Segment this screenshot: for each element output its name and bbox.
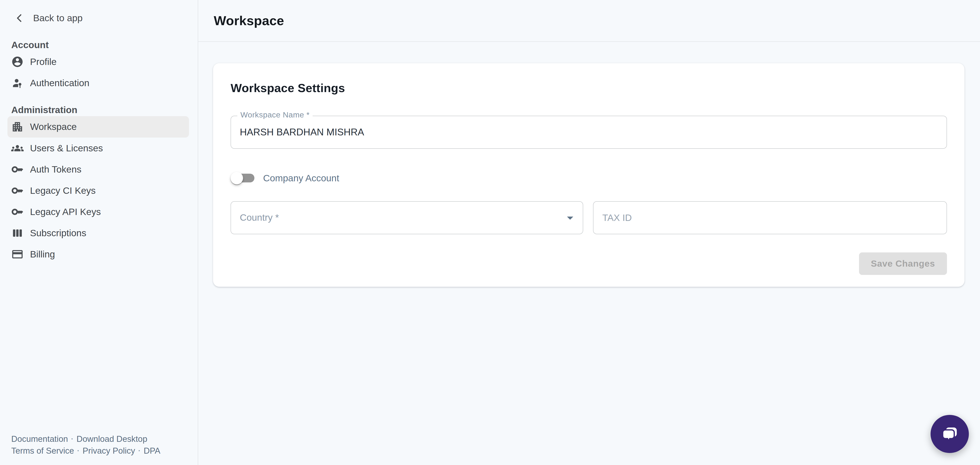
back-to-app-label: Back to app	[33, 13, 83, 24]
company-account-row: Company Account	[231, 172, 947, 185]
tax-id-input[interactable]	[593, 202, 946, 234]
toggle-thumb	[231, 172, 243, 185]
sidebar-item-label: Users & Licenses	[30, 143, 103, 154]
sidebar-item-workspace[interactable]: Workspace	[8, 116, 189, 137]
download-desktop-link[interactable]: Download Desktop	[76, 434, 148, 444]
workspace-settings-card: Workspace Settings Workspace Name * Comp…	[213, 63, 964, 287]
country-select[interactable]: Country *	[231, 201, 583, 234]
page-title: Workspace	[214, 13, 284, 28]
sidebar-item-label: Auth Tokens	[30, 164, 81, 175]
workspace-name-input[interactable]	[231, 116, 946, 148]
columns-icon	[11, 227, 24, 239]
section-label-administration: Administration	[11, 104, 186, 116]
footer-row-2: Terms of Service·Privacy Policy·DPA	[11, 445, 160, 457]
save-changes-button[interactable]: Save Changes	[859, 252, 947, 275]
chat-bubbles-icon	[940, 424, 960, 444]
footer-separator: ·	[135, 447, 144, 454]
section-label-account: Account	[11, 39, 186, 51]
dpa-link[interactable]: DPA	[144, 446, 160, 455]
company-account-label: Company Account	[263, 173, 339, 183]
country-tax-row: Country *	[231, 201, 947, 234]
page-header: Workspace	[198, 0, 980, 42]
footer-row-1: Documentation·Download Desktop	[11, 433, 160, 445]
footer-separator: ·	[68, 435, 76, 443]
sidebar-item-label: Legacy CI Keys	[30, 185, 95, 196]
documentation-link[interactable]: Documentation	[11, 434, 68, 444]
country-label: Country *	[231, 202, 582, 234]
tax-id-field	[593, 201, 947, 234]
chat-fab-button[interactable]	[931, 415, 969, 453]
sidebar-item-label: Authentication	[30, 78, 89, 88]
workspace-name-field: Workspace Name *	[231, 116, 947, 149]
sidebar-item-legacy-api-keys[interactable]: Legacy API Keys	[8, 201, 189, 223]
person-key-icon	[11, 77, 24, 89]
groups-icon	[11, 142, 24, 154]
credit-card-icon	[11, 248, 24, 261]
card-title: Workspace Settings	[231, 81, 947, 96]
sidebar-item-profile[interactable]: Profile	[8, 51, 189, 72]
sidebar: Back to app Account Profile Authenticati…	[0, 0, 198, 465]
company-account-toggle[interactable]	[231, 172, 255, 185]
building-icon	[11, 121, 24, 133]
chevron-left-icon	[14, 13, 25, 24]
sidebar-item-users-licenses[interactable]: Users & Licenses	[8, 138, 189, 159]
sidebar-item-subscriptions[interactable]: Subscriptions	[8, 223, 189, 244]
account-circle-icon	[11, 56, 24, 68]
chevron-down-icon	[563, 210, 578, 225]
sidebar-item-label: Billing	[30, 249, 55, 260]
privacy-policy-link[interactable]: Privacy Policy	[83, 446, 135, 455]
sidebar-item-label: Profile	[30, 56, 56, 67]
card-actions: Save Changes	[231, 252, 947, 275]
sidebar-item-label: Workspace	[30, 121, 77, 132]
back-to-app-button[interactable]: Back to app	[14, 9, 186, 27]
footer-separator: ·	[74, 447, 83, 454]
app-root: Back to app Account Profile Authenticati…	[0, 0, 980, 465]
key-icon	[11, 205, 24, 218]
sidebar-item-label: Subscriptions	[30, 228, 86, 239]
sidebar-footer: Documentation·Download Desktop Terms of …	[11, 433, 160, 457]
workspace-name-label: Workspace Name *	[237, 110, 313, 119]
key-icon	[11, 163, 24, 176]
sidebar-item-auth-tokens[interactable]: Auth Tokens	[8, 159, 189, 180]
main-content: Workspace Workspace Settings Workspace N…	[198, 0, 980, 465]
key-icon	[11, 185, 24, 197]
sidebar-item-billing[interactable]: Billing	[8, 244, 189, 265]
terms-of-service-link[interactable]: Terms of Service	[11, 446, 74, 455]
sidebar-item-legacy-ci-keys[interactable]: Legacy CI Keys	[8, 180, 189, 201]
sidebar-item-authentication[interactable]: Authentication	[8, 72, 189, 94]
sidebar-item-label: Legacy API Keys	[30, 207, 101, 217]
